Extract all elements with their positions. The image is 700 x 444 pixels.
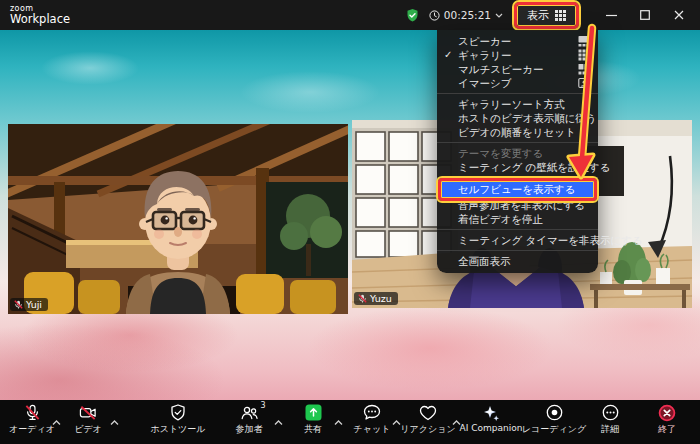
participant-name: Yuji [26, 299, 42, 310]
menu-item-gallery-view[interactable]: ✓ ギャラリー [437, 48, 598, 62]
host-tools-button[interactable]: ホストツール [146, 403, 210, 441]
menu-divider [437, 250, 598, 251]
toolbar-label: オーディオ [9, 423, 55, 436]
meeting-timer[interactable]: 00:25:21 [429, 9, 503, 21]
titlebar: zoom Workplace 00:25:21 表示 [0, 0, 700, 30]
check-icon: ✓ [444, 48, 452, 62]
menu-item-reset-video-order[interactable]: ビデオの順番をリセット [437, 125, 598, 139]
end-meeting-button[interactable]: 終了 [644, 403, 690, 441]
chat-icon [363, 403, 381, 422]
zoom-workplace-logo: zoom Workplace [10, 5, 70, 26]
toolbar-label: レコーディング [522, 423, 586, 436]
toolbar-label: 終了 [658, 423, 676, 436]
end-meeting-icon [658, 403, 676, 422]
more-ellipsis-icon [602, 403, 619, 422]
share-options-chevron[interactable] [334, 411, 343, 430]
menu-item-hide-meeting-timer[interactable]: ミーティング タイマーを非表示にする [437, 233, 598, 247]
timer-chevron-down-icon [495, 13, 503, 18]
immersive-view-icon [578, 77, 590, 92]
logo-workplace-text: Workplace [10, 14, 70, 26]
video-options-chevron[interactable] [110, 411, 119, 430]
menu-divider [437, 142, 598, 143]
ai-companion-button[interactable]: AI Companion [456, 403, 526, 441]
participant-nametag-yuzu: Yuzu [354, 292, 398, 305]
zoom-window: zoom Workplace 00:25:21 表示 [0, 0, 700, 444]
view-button[interactable]: 表示 [518, 5, 575, 26]
menu-item-fullscreen[interactable]: 全画面表示 [437, 254, 598, 268]
toolbar-label: チャット [354, 423, 391, 436]
menu-item-gallery-sort[interactable]: ギャラリーソート方式 › [437, 97, 598, 111]
participants-button[interactable]: 3 参加者 [218, 403, 280, 441]
recording-button[interactable]: レコーディング [522, 403, 586, 441]
menu-item-immersive-view[interactable]: イマーシブ [437, 76, 598, 90]
share-screen-icon [305, 403, 322, 422]
toolbar-label: 共有 [304, 423, 322, 436]
muted-mic-icon [358, 294, 367, 303]
participant-nametag-yuji: Yuji [10, 298, 48, 311]
menu-item-multi-speaker-view[interactable]: マルチスピーカー [437, 62, 598, 76]
heart-reactions-icon [419, 403, 437, 422]
view-dropdown-menu: スピーカー ✓ ギャラリー マルチスピーカー イマーシブ ギャラリ [437, 30, 598, 273]
reactions-button[interactable]: リアクション [398, 403, 458, 441]
menu-divider [437, 229, 598, 230]
menu-item-speaker-view[interactable]: スピーカー [437, 34, 598, 48]
toolbar-label: AI Companion [460, 423, 523, 433]
video-tile-yuji[interactable]: Yuji [8, 124, 348, 314]
maximize-button[interactable] [638, 8, 652, 22]
participants-count: 3 [260, 401, 265, 410]
grid-view-icon [555, 10, 566, 21]
muted-mic-icon [14, 300, 23, 309]
chat-button[interactable]: チャット [346, 403, 398, 441]
clock-icon [429, 10, 440, 21]
submenu-chevron-icon: › [585, 96, 590, 110]
toolbar-label: ホストツール [150, 423, 205, 436]
yuji-avatar-video [8, 124, 348, 314]
record-icon [546, 403, 563, 422]
menu-item-set-wallpaper[interactable]: ミーティング の壁紙を設定する [437, 160, 598, 174]
share-screen-button[interactable]: 共有 [286, 403, 340, 441]
view-button-label: 表示 [527, 8, 549, 23]
video-button[interactable]: ビデオ [60, 403, 116, 441]
meeting-toolbar: オーディオ ビデオ ホストツール 3 参加者 [0, 400, 700, 444]
audio-button[interactable]: オーディオ [6, 403, 58, 441]
shield-icon [170, 403, 186, 422]
participants-icon: 3 [240, 403, 259, 422]
toolbar-label: 参加者 [236, 423, 263, 436]
mic-muted-icon [24, 403, 41, 422]
camera-muted-icon [79, 403, 97, 422]
menu-item-follow-host-order[interactable]: ホストのビデオ表示順に従う [437, 111, 598, 125]
menu-divider [437, 177, 598, 178]
participant-name: Yuzu [370, 293, 392, 304]
toolbar-label: ビデオ [74, 423, 102, 436]
menu-divider [437, 93, 598, 94]
menu-item-hide-audio-participants[interactable]: 音声参加者を非表示にする [437, 198, 598, 212]
minimize-button[interactable] [604, 8, 618, 22]
ai-companion-sparkle-icon [482, 403, 500, 422]
menu-item-stop-incoming-video[interactable]: 着信ビデオを停止 [437, 212, 598, 226]
timer-value: 00:25:21 [444, 9, 491, 21]
toolbar-label: リアクション [400, 423, 455, 436]
security-shield-icon[interactable] [405, 8, 420, 23]
more-button[interactable]: 詳細 [588, 403, 632, 441]
menu-item-show-self-view[interactable]: セルフビューを表示する [437, 181, 598, 198]
toolbar-label: 詳細 [601, 423, 619, 436]
close-button[interactable] [672, 8, 686, 22]
menu-item-change-theme: テーマを変更する [437, 146, 598, 160]
participants-options-chevron[interactable] [274, 411, 283, 430]
